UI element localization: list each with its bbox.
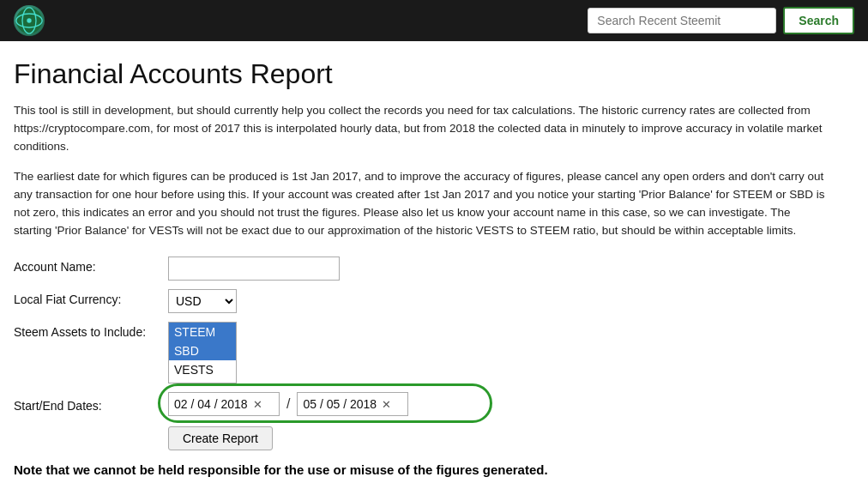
date-separator: / xyxy=(286,396,290,412)
currency-control: USD EUR GBP JPY AUD xyxy=(168,289,827,313)
svg-point-3 xyxy=(27,18,31,22)
header-right: Search xyxy=(588,7,854,34)
start-date-clear-icon[interactable]: ✕ xyxy=(253,398,262,411)
assets-option-vests[interactable]: VESTS xyxy=(169,360,236,379)
assets-option-steem[interactable]: STEEM xyxy=(169,323,236,341)
end-date-field[interactable]: 05 / 05 / 2018 ✕ xyxy=(297,392,408,416)
account-name-row: Account Name: xyxy=(14,257,827,281)
info-paragraph: The earliest date for which figures can … xyxy=(14,168,827,240)
end-date-clear-icon[interactable]: ✕ xyxy=(382,398,391,411)
account-name-input[interactable] xyxy=(168,257,340,281)
dates-control: 02 / 04 / 2018 ✕ / 05 / 05 / 2018 ✕ xyxy=(168,392,827,416)
main-content: Financial Accounts Report This tool is s… xyxy=(0,41,841,494)
assets-label: Steem Assets to Include: xyxy=(14,322,168,339)
create-report-button[interactable]: Create Report xyxy=(168,426,273,450)
currency-row: Local Fiat Currency: USD EUR GBP JPY AUD xyxy=(14,289,827,313)
header: Search xyxy=(0,0,868,41)
assets-control: STEEM SBD VESTS xyxy=(168,322,827,383)
account-name-control xyxy=(168,257,827,281)
assets-option-sbd[interactable]: SBD xyxy=(169,341,236,360)
assets-listbox[interactable]: STEEM SBD VESTS xyxy=(168,322,237,383)
site-logo[interactable] xyxy=(14,5,45,36)
form: Account Name: Local Fiat Currency: USD E… xyxy=(14,257,827,416)
start-date-value: 02 / 04 / 2018 xyxy=(174,397,248,411)
currency-label: Local Fiat Currency: xyxy=(14,289,168,306)
page-title: Financial Accounts Report xyxy=(14,58,827,90)
dates-row: Start/End Dates: 02 / 04 / 2018 ✕ / 05 /… xyxy=(14,392,827,416)
account-name-label: Account Name: xyxy=(14,257,168,274)
end-date-value: 05 / 05 / 2018 xyxy=(303,397,377,411)
search-button[interactable]: Search xyxy=(783,7,854,34)
start-date-field[interactable]: 02 / 04 / 2018 ✕ xyxy=(168,392,280,416)
dates-label: Start/End Dates: xyxy=(14,395,168,413)
search-input[interactable] xyxy=(588,8,776,33)
disclaimer-note: Note that we cannot be held responsible … xyxy=(14,462,827,477)
currency-select[interactable]: USD EUR GBP JPY AUD xyxy=(168,289,237,313)
assets-row: Steem Assets to Include: STEEM SBD VESTS xyxy=(14,322,827,383)
intro-paragraph: This tool is still in development, but s… xyxy=(14,102,827,156)
